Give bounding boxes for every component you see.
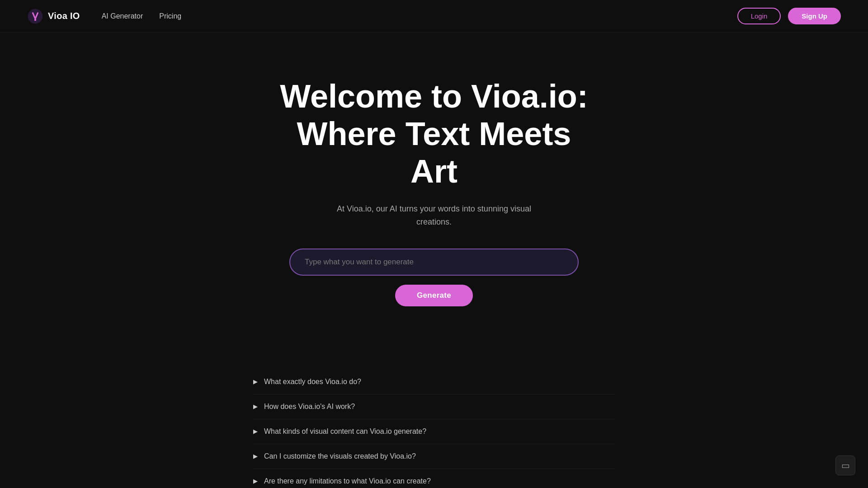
faq-item[interactable]: ▶How does Vioa.io's AI work?	[253, 394, 615, 419]
navbar: Vioa IO AI Generator Pricing Login Sign …	[0, 0, 868, 33]
faq-arrow-icon: ▶	[253, 453, 258, 460]
chat-icon: ▭	[841, 460, 850, 471]
logo-text: Vioa IO	[48, 11, 80, 21]
login-button[interactable]: Login	[737, 8, 781, 24]
faq-question-text: Can I customize the visuals created by V…	[264, 452, 416, 460]
faq-question-text: How does Vioa.io's AI work?	[264, 403, 355, 411]
nav-link-ai-generator[interactable]: AI Generator	[102, 12, 143, 20]
generate-input[interactable]	[289, 249, 579, 276]
nav-link-pricing[interactable]: Pricing	[159, 12, 181, 20]
hero-section: Welcome to Vioa.io: Where Text Meets Art…	[0, 33, 868, 333]
faq-item[interactable]: ▶Are there any limitations to what Vioa.…	[253, 469, 615, 488]
faq-section: ▶What exactly does Vioa.io do?▶How does …	[217, 333, 651, 488]
svg-point-1	[34, 19, 37, 21]
navbar-left: Vioa IO AI Generator Pricing	[27, 8, 181, 24]
hero-title: Welcome to Vioa.io: Where Text Meets Art	[271, 78, 597, 190]
svg-point-0	[28, 9, 42, 23]
logo-icon	[27, 8, 43, 24]
faq-question-text: What exactly does Vioa.io do?	[264, 378, 361, 386]
faq-item[interactable]: ▶What kinds of visual content can Vioa.i…	[253, 419, 615, 444]
faq-arrow-icon: ▶	[253, 428, 258, 435]
signup-button[interactable]: Sign Up	[788, 8, 841, 24]
faq-question-text: Are there any limitations to what Vioa.i…	[264, 477, 431, 485]
chat-widget[interactable]: ▭	[835, 455, 855, 475]
navbar-right: Login Sign Up	[737, 8, 841, 24]
faq-arrow-icon: ▶	[253, 478, 258, 484]
logo-link[interactable]: Vioa IO	[27, 8, 80, 24]
hero-subtitle: At Vioa.io, our AI turns your words into…	[326, 202, 542, 229]
faq-arrow-icon: ▶	[253, 378, 258, 385]
nav-links: AI Generator Pricing	[102, 12, 182, 20]
faq-item[interactable]: ▶What exactly does Vioa.io do?	[253, 370, 615, 394]
faq-question-text: What kinds of visual content can Vioa.io…	[264, 427, 426, 436]
generator-form: Generate	[289, 249, 579, 306]
faq-arrow-icon: ▶	[253, 403, 258, 410]
generate-button[interactable]: Generate	[395, 285, 473, 306]
faq-item[interactable]: ▶Can I customize the visuals created by …	[253, 444, 615, 469]
